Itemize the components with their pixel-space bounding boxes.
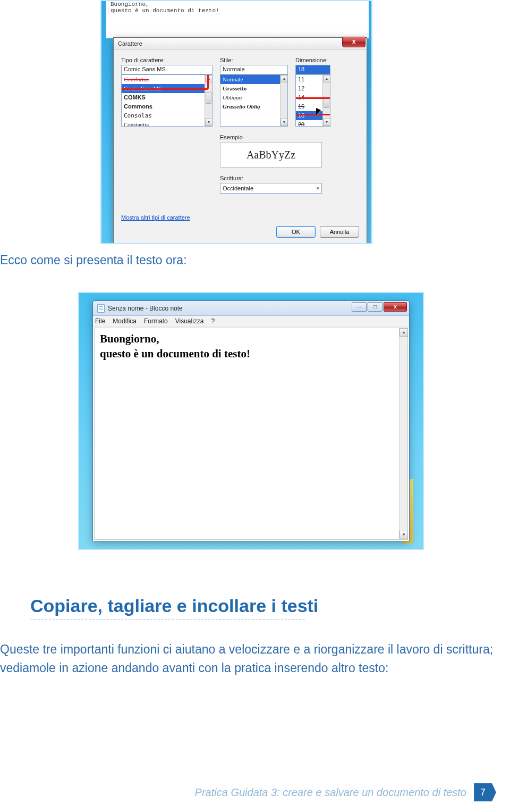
example-preview: AaBbYyZz (220, 142, 322, 168)
script-value: Occidentale (223, 185, 253, 191)
menu-edit[interactable]: Modifica (113, 317, 137, 325)
scroll-down-icon[interactable]: ▾ (205, 119, 212, 126)
font-listbox[interactable]: Comfortaa Comic Sans MS COMKS Commons Co… (121, 74, 212, 127)
close-icon[interactable]: x (342, 37, 366, 47)
font-dialog-title: Carattere (118, 40, 142, 47)
page-number-badge: 7 (474, 783, 492, 801)
size-listbox[interactable]: 11 12 14 16 18 20 22 ▴ ▾ (295, 74, 330, 127)
style-item[interactable]: Obliquo (220, 93, 287, 102)
font-item[interactable]: Commons (122, 102, 212, 111)
heading-text: Copiare, tagliare e incollare i testi (30, 596, 510, 616)
font-dialog-titlebar[interactable]: Carattere x (114, 38, 367, 49)
font-input[interactable]: Comic Sans MS (121, 65, 212, 74)
size-label: Dimensione: (295, 57, 330, 63)
heading-divider: ----------------------------------------… (30, 614, 510, 624)
script-select[interactable]: Occidentale ▾ (220, 183, 322, 194)
size-input[interactable]: 18 (295, 65, 330, 74)
style-list-scrollbar[interactable]: ▴ ▾ (280, 75, 287, 126)
style-item[interactable]: Grassetto (220, 84, 287, 93)
notepad-behind: Buongiorno, questo è un documento di tes… (106, 1, 369, 38)
ok-button[interactable]: OK (276, 226, 316, 238)
scroll-thumb[interactable] (206, 92, 211, 104)
notepad-icon (97, 304, 105, 313)
maximize-button[interactable]: □ (368, 302, 382, 312)
scroll-up-icon[interactable]: ▴ (205, 75, 212, 82)
example-label: Esempio (220, 134, 322, 140)
font-dialog: Carattere x Tipo di carattere: Comic San… (113, 37, 367, 244)
script-label: Scrittura: (220, 175, 322, 181)
editor-line1: Buongiorno, (100, 331, 402, 346)
screenshot-notepad: Senza nome - Blocco note — □ x File Modi… (78, 292, 424, 550)
font-item[interactable]: Consolas (122, 111, 212, 120)
font-item[interactable]: Constantia (122, 120, 212, 127)
footer-title: Pratica Guidata 3: creare e salvare un d… (195, 786, 466, 799)
font-item-selected[interactable]: Comic Sans MS (122, 84, 212, 93)
chevron-down-icon: ▾ (317, 186, 319, 191)
cancel-button[interactable]: Annulla (320, 226, 359, 238)
scroll-down-icon[interactable]: ▾ (400, 531, 408, 539)
notepad-behind-line1: Buongiorno, (108, 1, 369, 7)
font-item[interactable]: COMKS (122, 93, 212, 102)
close-button[interactable]: x (384, 302, 407, 312)
menu-format[interactable]: Formato (144, 317, 168, 325)
screenshot-font-dialog: Buongiorno, questo è un documento di tes… (100, 0, 372, 244)
notepad-scrollbar[interactable]: ▴ ▾ (399, 328, 407, 539)
section-heading: Copiare, tagliare e incollare i testi --… (30, 596, 510, 624)
scroll-up-icon[interactable]: ▴ (323, 75, 330, 82)
style-item[interactable]: Grassetto Obliq (220, 102, 287, 111)
notepad-titlebar[interactable]: Senza nome - Blocco note — □ x (93, 301, 409, 316)
page-footer: Pratica Guidata 3: creare e salvare un d… (195, 783, 492, 801)
body-text-2: Queste tre importanti funzioni ci aiutan… (0, 640, 510, 677)
notepad-window: Senza nome - Blocco note — □ x File Modi… (92, 300, 410, 541)
scroll-down-icon[interactable]: ▾ (280, 119, 288, 126)
scroll-down-icon[interactable]: ▾ (323, 119, 330, 126)
style-input[interactable]: Normale (220, 65, 288, 74)
editor-line2: questo è un documento di testo! (100, 346, 402, 361)
notepad-menubar[interactable]: File Modifica Formato Visualizza ? (93, 316, 409, 327)
notepad-title: Senza nome - Blocco note (108, 305, 183, 312)
menu-file[interactable]: File (95, 317, 105, 325)
cursor-icon (316, 108, 321, 115)
body-text-1: Ecco come si presenta il testo ora: (0, 251, 478, 270)
size-list-scrollbar[interactable]: ▴ ▾ (322, 75, 330, 126)
font-item[interactable]: Comfortaa (122, 75, 212, 84)
minimize-button[interactable]: — (352, 302, 367, 312)
style-item-selected[interactable]: Normale (220, 75, 287, 84)
scroll-up-icon[interactable]: ▴ (400, 328, 408, 337)
style-label: Stile: (220, 57, 288, 63)
font-label: Tipo di carattere: (121, 57, 212, 63)
notepad-behind-line2: questo è un documento di testo! (108, 7, 369, 14)
notepad-editor[interactable]: Buongiorno, questo è un documento di tes… (94, 328, 408, 540)
font-list-scrollbar[interactable]: ▴ ▾ (205, 75, 212, 126)
scroll-thumb[interactable] (324, 97, 329, 108)
show-more-fonts-link[interactable]: Mostra altri tipi di carattere (121, 214, 190, 221)
scroll-up-icon[interactable]: ▴ (280, 75, 288, 82)
style-listbox[interactable]: Normale Grassetto Obliquo Grassetto Obli… (220, 74, 288, 127)
menu-help[interactable]: ? (211, 317, 215, 325)
menu-view[interactable]: Visualizza (175, 317, 204, 325)
